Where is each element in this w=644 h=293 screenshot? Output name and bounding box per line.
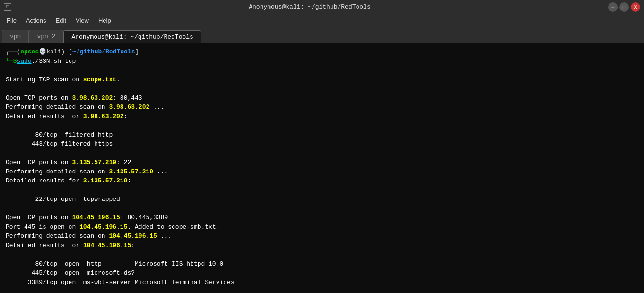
tab-vpn2[interactable]: vpn 2 bbox=[29, 30, 63, 43]
line-port-443: 443/tcp filtered https bbox=[6, 139, 638, 149]
line-port-80-3: 80/tcp open http Microsoft IIS httpd 10.… bbox=[6, 259, 638, 269]
sudo-cmd: sudo bbox=[17, 57, 31, 66]
maximize-button[interactable]: □ bbox=[619, 2, 629, 12]
title-bar-left: □ bbox=[4, 3, 11, 11]
skull-1: 💀 bbox=[39, 47, 46, 57]
prompt-line-1b: └─$ sudo ./SSN.sh tcp bbox=[6, 57, 638, 66]
line-perform-2: Performing detailed scan on 3.135.57.219… bbox=[6, 167, 638, 177]
line-detailed-1: Detailed results for 3.98.63.202: bbox=[6, 112, 638, 121]
bracket-close-1: ] bbox=[135, 47, 139, 57]
line-starting: Starting TCP scan on scope.txt. bbox=[6, 75, 638, 85]
bracket-mid-1: )-[ bbox=[61, 47, 72, 57]
line-port-80: 80/tcp filtered http bbox=[6, 130, 638, 140]
opsec-label-1: opsec bbox=[20, 47, 39, 57]
title-bar-controls: – □ ✕ bbox=[608, 2, 640, 12]
tab-main[interactable]: Anonymous@kali: ~/github/RedTools bbox=[63, 30, 201, 43]
line-perform-3: Performing detailed scan on 104.45.196.1… bbox=[6, 232, 638, 241]
menu-view[interactable]: View bbox=[71, 16, 94, 25]
menu-help[interactable]: Help bbox=[94, 16, 116, 25]
window-icon: □ bbox=[4, 3, 11, 11]
title-bar-title: Anonymous@kali: ~/github/RedTools bbox=[249, 3, 370, 10]
kali-label-1: kali bbox=[46, 47, 61, 57]
tab-bar: vpn vpn 2 Anonymous@kali: ~/github/RedTo… bbox=[0, 27, 644, 43]
menu-actions[interactable]: Actions bbox=[21, 16, 51, 25]
close-button[interactable]: ✕ bbox=[631, 2, 640, 12]
terminal[interactable]: ┌──(opsec💀kali)-[~/github/RedTools] └─$ … bbox=[0, 43, 644, 293]
line-detailed-2: Detailed results for 3.135.57.219: bbox=[6, 176, 638, 186]
line-smb-notice: Port 445 is open on 104.45.196.15. Added… bbox=[6, 223, 638, 232]
minimize-button[interactable]: – bbox=[608, 2, 618, 12]
line-port-445-3: 445/tcp open microsoft-ds? bbox=[6, 268, 638, 278]
line-port-3389-3: 3389/tcp open ms-wbt-server Microsoft Te… bbox=[6, 278, 638, 287]
cmd-1: ./SSN.sh tcp bbox=[32, 57, 76, 66]
menu-edit[interactable]: Edit bbox=[51, 16, 71, 25]
line-perform-1: Performing detailed scan on 3.98.63.202 … bbox=[6, 103, 638, 112]
prompt-line-1: ┌──(opsec💀kali)-[~/github/RedTools] bbox=[6, 47, 638, 57]
menu-file[interactable]: File bbox=[2, 16, 21, 25]
path-1: ~/github/RedTools bbox=[72, 47, 135, 57]
line-open-2: Open TCP ports on 3.135.57.219: 22 bbox=[6, 158, 638, 167]
menu-bar: File Actions Edit View Help bbox=[0, 14, 644, 27]
line-open-1: Open TCP ports on 3.98.63.202: 80,443 bbox=[6, 94, 638, 103]
title-bar: □ Anonymous@kali: ~/github/RedTools – □ … bbox=[0, 0, 644, 14]
bracket-open-1: ┌──( bbox=[6, 47, 20, 57]
line-port-22: 22/tcp open tcpwrapped bbox=[6, 195, 638, 204]
tab-vpn[interactable]: vpn bbox=[2, 30, 29, 43]
prompt-arrow-1: └─$ bbox=[6, 57, 17, 66]
line-detailed-3: Detailed results for 104.45.196.15: bbox=[6, 241, 638, 250]
line-open-3: Open TCP ports on 104.45.196.15: 80,445,… bbox=[6, 213, 638, 223]
